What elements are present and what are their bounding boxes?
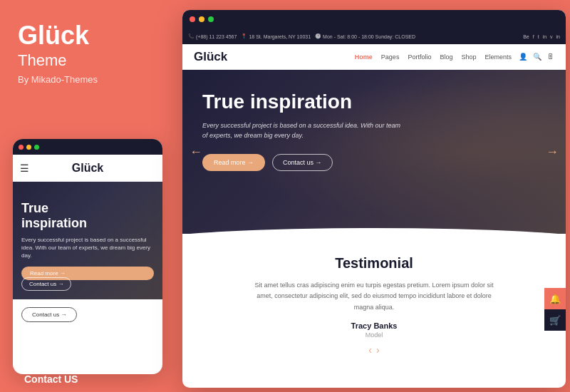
hero-next-arrow[interactable]: → bbox=[546, 145, 559, 160]
right-side-icons: 🔔 🛒 bbox=[544, 288, 566, 331]
hours-info: 🕐 Mon - Sat: 8:00 - 18:00 Sunday: CLOSED bbox=[315, 33, 415, 39]
browser-dot-red bbox=[190, 16, 195, 22]
website-navbar: Glück Home Pages Portfolio Blog Shop Ele… bbox=[182, 44, 566, 70]
mobile-dot-red bbox=[19, 145, 24, 150]
nav-home[interactable]: Home bbox=[355, 53, 373, 61]
mobile-contact-us-button[interactable]: Contact us → bbox=[21, 307, 77, 322]
testimonial-role: Model bbox=[211, 331, 537, 339]
hero-content: True inspiration Every successful projec… bbox=[182, 70, 566, 182]
brand-by: By Mikado-Themes bbox=[18, 74, 98, 85]
testimonial-next-button[interactable]: › bbox=[376, 344, 380, 356]
brand-title: Glück bbox=[18, 21, 89, 50]
mobile-dot-green bbox=[34, 145, 39, 150]
hero-contact-button[interactable]: Contact us → bbox=[272, 154, 333, 171]
mobile-mockup: ☰ Glück Trueinspiration Every successful… bbox=[13, 139, 162, 374]
mobile-top-bar bbox=[13, 139, 162, 155]
mobile-contact-button[interactable]: Contact us → bbox=[21, 277, 71, 291]
brand-subtitle: Theme bbox=[18, 51, 66, 70]
browser-dot-yellow bbox=[199, 16, 204, 22]
phone-info: 📞 (+88) 11 223 4567 bbox=[188, 33, 237, 39]
twitter-link[interactable]: t bbox=[538, 34, 539, 39]
testimonial-nav: ‹ › bbox=[211, 344, 537, 356]
nav-shop[interactable]: Shop bbox=[461, 53, 476, 61]
hamburger-icon[interactable]: ☰ bbox=[20, 163, 29, 174]
hero-title: True inspiration bbox=[202, 91, 546, 113]
location-icon: 📍 bbox=[241, 33, 247, 39]
nav-pages[interactable]: Pages bbox=[381, 53, 400, 61]
behance-link[interactable]: Be bbox=[523, 34, 529, 39]
mobile-hero: Trueinspiration Every successful project… bbox=[13, 182, 162, 299]
nav-elements[interactable]: Elements bbox=[484, 53, 512, 61]
linkedin-link[interactable]: in bbox=[556, 34, 560, 39]
testimonial-title: Testimonial bbox=[211, 255, 537, 272]
mobile-bottom-area: Contact us → bbox=[13, 299, 162, 329]
equalizer-icon[interactable]: 🎚 bbox=[547, 53, 554, 61]
phone-icon: 📞 bbox=[188, 33, 195, 39]
mobile-hero-text: Every successful project is based on a s… bbox=[21, 236, 154, 260]
mobile-hero-title: Trueinspiration bbox=[21, 201, 154, 232]
hero-read-more-button[interactable]: Read more → bbox=[202, 154, 265, 171]
facebook-link[interactable]: f bbox=[533, 34, 534, 39]
mobile-dot-yellow bbox=[26, 145, 31, 150]
mobile-logo: Glück bbox=[72, 162, 103, 175]
address-info: 📍 18 St. Margarets, NY 10031 bbox=[241, 33, 311, 39]
browser-address-bar: 📞 (+88) 11 223 4567 📍 18 St. Margarets, … bbox=[182, 29, 566, 44]
testimonial-text: Sit amet tellus cras adipiscing enim eu … bbox=[253, 280, 495, 313]
instagram-link[interactable]: in bbox=[543, 34, 546, 39]
browser-dot-green bbox=[208, 16, 214, 22]
website-logo: Glück bbox=[194, 50, 227, 64]
person-icon[interactable]: 👤 bbox=[519, 53, 527, 61]
search-icon[interactable]: 🔍 bbox=[533, 53, 542, 61]
nav-links: Home Pages Portfolio Blog Shop Elements bbox=[355, 53, 512, 61]
cart-side-icon[interactable]: 🛒 bbox=[544, 309, 566, 331]
hero-description: Every successful project is based on a s… bbox=[202, 120, 402, 141]
nav-blog[interactable]: Blog bbox=[440, 53, 452, 61]
testimonial-section: Testimonial Sit amet tellus cras adipisc… bbox=[182, 239, 566, 367]
hero-buttons: Read more → Contact us → bbox=[202, 154, 546, 171]
nav-icons: 👤 🔍 🎚 bbox=[519, 53, 554, 61]
contact-us-label: Contact US bbox=[24, 373, 78, 385]
browser-top-bar bbox=[182, 10, 566, 29]
vimeo-link[interactable]: v bbox=[550, 34, 553, 39]
social-links: Be f t in v in bbox=[523, 34, 560, 39]
clock-icon: 🕐 bbox=[315, 33, 321, 39]
testimonial-name: Tracy Banks bbox=[211, 321, 537, 330]
mobile-header: ☰ Glück bbox=[13, 155, 162, 182]
website-hero: ← → True inspiration Every successful pr… bbox=[182, 70, 566, 234]
left-panel: Glück Theme By Mikado-Themes ☰ Glück Tru… bbox=[0, 0, 177, 392]
nav-portfolio[interactable]: Portfolio bbox=[408, 53, 431, 61]
hero-prev-arrow[interactable]: ← bbox=[190, 145, 202, 160]
notification-side-icon[interactable]: 🔔 bbox=[544, 288, 566, 309]
testimonial-prev-button[interactable]: ‹ bbox=[368, 344, 372, 356]
browser-mockup: 📞 (+88) 11 223 4567 📍 18 St. Margarets, … bbox=[182, 10, 566, 388]
